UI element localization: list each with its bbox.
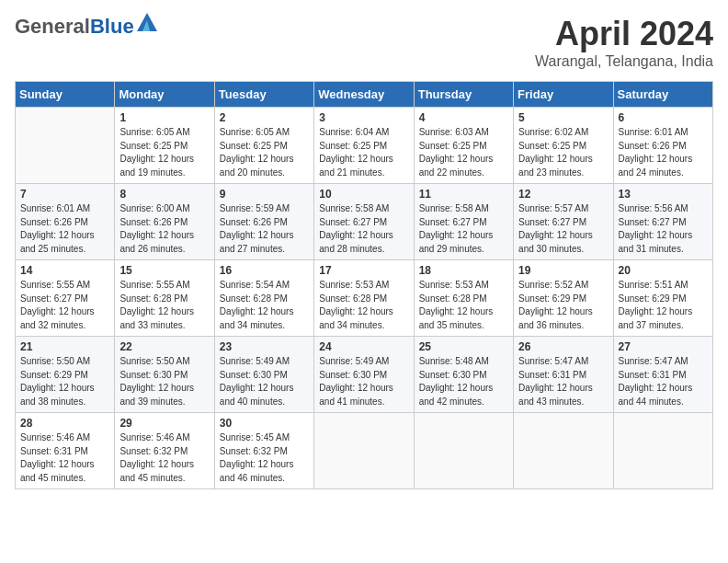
day-info: Sunrise: 5:46 AM Sunset: 6:32 PM Dayligh… (119, 431, 209, 485)
day-cell: 1Sunrise: 6:05 AM Sunset: 6:25 PM Daylig… (115, 108, 214, 184)
week-row-3: 14Sunrise: 5:55 AM Sunset: 6:27 PM Dayli… (16, 260, 713, 337)
day-number: 1 (119, 111, 209, 124)
day-info: Sunrise: 6:04 AM Sunset: 6:25 PM Dayligh… (319, 126, 408, 179)
day-info: Sunrise: 5:49 AM Sunset: 6:30 PM Dayligh… (220, 355, 309, 408)
logo-icon (137, 13, 157, 31)
day-info: Sunrise: 5:45 AM Sunset: 6:32 PM Dayligh… (220, 431, 309, 485)
day-number: 3 (319, 111, 408, 124)
day-info: Sunrise: 5:49 AM Sunset: 6:30 PM Dayligh… (319, 355, 408, 408)
day-cell (613, 413, 712, 489)
day-cell: 8Sunrise: 6:00 AM Sunset: 6:26 PM Daylig… (115, 184, 214, 260)
day-info: Sunrise: 6:01 AM Sunset: 6:26 PM Dayligh… (20, 202, 109, 256)
week-row-2: 7Sunrise: 6:01 AM Sunset: 6:26 PM Daylig… (16, 184, 713, 260)
day-info: Sunrise: 5:59 AM Sunset: 6:26 PM Dayligh… (220, 202, 309, 256)
day-info: Sunrise: 5:55 AM Sunset: 6:28 PM Dayligh… (119, 279, 209, 332)
day-cell: 12Sunrise: 5:57 AM Sunset: 6:27 PM Dayli… (514, 184, 613, 260)
day-info: Sunrise: 5:46 AM Sunset: 6:31 PM Dayligh… (20, 431, 109, 485)
day-info: Sunrise: 6:05 AM Sunset: 6:25 PM Dayligh… (220, 126, 309, 179)
day-number: 11 (419, 188, 508, 201)
day-number: 21 (20, 340, 109, 353)
day-cell: 26Sunrise: 5:47 AM Sunset: 6:31 PM Dayli… (514, 337, 613, 413)
day-cell: 2Sunrise: 6:05 AM Sunset: 6:25 PM Daylig… (214, 108, 313, 184)
day-info: Sunrise: 5:58 AM Sunset: 6:27 PM Dayligh… (419, 202, 508, 256)
day-number: 16 (220, 264, 309, 277)
day-info: Sunrise: 5:47 AM Sunset: 6:31 PM Dayligh… (619, 355, 708, 408)
day-number: 27 (619, 340, 708, 353)
day-info: Sunrise: 5:50 AM Sunset: 6:29 PM Dayligh… (20, 355, 109, 408)
day-cell: 30Sunrise: 5:45 AM Sunset: 6:32 PM Dayli… (214, 413, 313, 489)
day-cell: 10Sunrise: 5:58 AM Sunset: 6:27 PM Dayli… (314, 184, 414, 260)
day-number: 30 (220, 417, 309, 430)
calendar-header-row: SundayMondayTuesdayWednesdayThursdayFrid… (16, 82, 713, 108)
day-info: Sunrise: 5:52 AM Sunset: 6:29 PM Dayligh… (518, 279, 608, 332)
day-info: Sunrise: 5:47 AM Sunset: 6:31 PM Dayligh… (518, 355, 608, 408)
day-cell (16, 108, 115, 184)
day-cell: 29Sunrise: 5:46 AM Sunset: 6:32 PM Dayli… (115, 413, 214, 489)
day-cell: 24Sunrise: 5:49 AM Sunset: 6:30 PM Dayli… (314, 337, 414, 413)
day-info: Sunrise: 6:05 AM Sunset: 6:25 PM Dayligh… (119, 126, 209, 179)
day-cell: 16Sunrise: 5:54 AM Sunset: 6:28 PM Dayli… (214, 260, 313, 337)
col-header-monday: Monday (115, 82, 214, 108)
day-number: 14 (20, 264, 109, 277)
day-info: Sunrise: 5:58 AM Sunset: 6:27 PM Dayligh… (319, 202, 408, 256)
day-info: Sunrise: 5:54 AM Sunset: 6:28 PM Dayligh… (220, 279, 309, 332)
day-cell: 20Sunrise: 5:51 AM Sunset: 6:29 PM Dayli… (613, 260, 712, 337)
day-cell: 21Sunrise: 5:50 AM Sunset: 6:29 PM Dayli… (16, 337, 115, 413)
col-header-tuesday: Tuesday (214, 82, 313, 108)
calendar-table: SundayMondayTuesdayWednesdayThursdayFrid… (15, 81, 713, 489)
col-header-saturday: Saturday (613, 82, 712, 108)
day-number: 9 (220, 188, 309, 201)
day-cell: 28Sunrise: 5:46 AM Sunset: 6:31 PM Dayli… (16, 413, 115, 489)
day-cell: 5Sunrise: 6:02 AM Sunset: 6:25 PM Daylig… (514, 108, 613, 184)
day-info: Sunrise: 5:51 AM Sunset: 6:29 PM Dayligh… (619, 279, 708, 332)
col-header-sunday: Sunday (16, 82, 115, 108)
day-number: 25 (419, 340, 508, 353)
day-info: Sunrise: 5:57 AM Sunset: 6:27 PM Dayligh… (518, 202, 608, 256)
day-cell: 4Sunrise: 6:03 AM Sunset: 6:25 PM Daylig… (414, 108, 513, 184)
day-number: 10 (319, 188, 408, 201)
logo-general-text: General (15, 15, 90, 39)
day-cell (314, 413, 414, 489)
day-info: Sunrise: 5:55 AM Sunset: 6:27 PM Dayligh… (20, 279, 109, 332)
day-cell: 6Sunrise: 6:01 AM Sunset: 6:26 PM Daylig… (613, 108, 712, 184)
week-row-4: 21Sunrise: 5:50 AM Sunset: 6:29 PM Dayli… (16, 337, 713, 413)
day-info: Sunrise: 6:02 AM Sunset: 6:25 PM Dayligh… (518, 126, 608, 179)
day-info: Sunrise: 5:53 AM Sunset: 6:28 PM Dayligh… (319, 279, 408, 332)
day-cell: 27Sunrise: 5:47 AM Sunset: 6:31 PM Dayli… (613, 337, 712, 413)
day-number: 23 (220, 340, 309, 353)
day-cell: 17Sunrise: 5:53 AM Sunset: 6:28 PM Dayli… (314, 260, 414, 337)
title-block: April 2024 Warangal, Telangana, India (535, 15, 713, 70)
location-subtitle: Warangal, Telangana, India (535, 53, 713, 70)
day-cell: 15Sunrise: 5:55 AM Sunset: 6:28 PM Dayli… (115, 260, 214, 337)
day-number: 5 (518, 111, 608, 124)
day-info: Sunrise: 6:01 AM Sunset: 6:26 PM Dayligh… (619, 126, 708, 179)
day-cell: 23Sunrise: 5:49 AM Sunset: 6:30 PM Dayli… (214, 337, 313, 413)
day-cell: 22Sunrise: 5:50 AM Sunset: 6:30 PM Dayli… (115, 337, 214, 413)
day-number: 29 (119, 417, 209, 430)
day-info: Sunrise: 5:50 AM Sunset: 6:30 PM Dayligh… (119, 355, 209, 408)
col-header-friday: Friday (514, 82, 613, 108)
day-info: Sunrise: 6:00 AM Sunset: 6:26 PM Dayligh… (119, 202, 209, 256)
col-header-thursday: Thursday (414, 82, 513, 108)
day-cell (414, 413, 513, 489)
day-number: 26 (518, 340, 608, 353)
day-cell: 13Sunrise: 5:56 AM Sunset: 6:27 PM Dayli… (613, 184, 712, 260)
day-number: 6 (619, 111, 708, 124)
logo: General Blue (15, 15, 157, 39)
col-header-wednesday: Wednesday (314, 82, 414, 108)
day-number: 24 (319, 340, 408, 353)
day-number: 7 (20, 188, 109, 201)
day-cell: 19Sunrise: 5:52 AM Sunset: 6:29 PM Dayli… (514, 260, 613, 337)
day-cell (514, 413, 613, 489)
day-info: Sunrise: 5:48 AM Sunset: 6:30 PM Dayligh… (419, 355, 508, 408)
month-title: April 2024 (535, 15, 713, 53)
day-number: 17 (319, 264, 408, 277)
day-number: 2 (220, 111, 309, 124)
day-number: 12 (518, 188, 608, 201)
day-cell: 18Sunrise: 5:53 AM Sunset: 6:28 PM Dayli… (414, 260, 513, 337)
day-number: 13 (619, 188, 708, 201)
day-info: Sunrise: 5:53 AM Sunset: 6:28 PM Dayligh… (419, 279, 508, 332)
day-number: 20 (619, 264, 708, 277)
day-number: 18 (419, 264, 508, 277)
logo-blue-text: Blue (90, 15, 134, 39)
